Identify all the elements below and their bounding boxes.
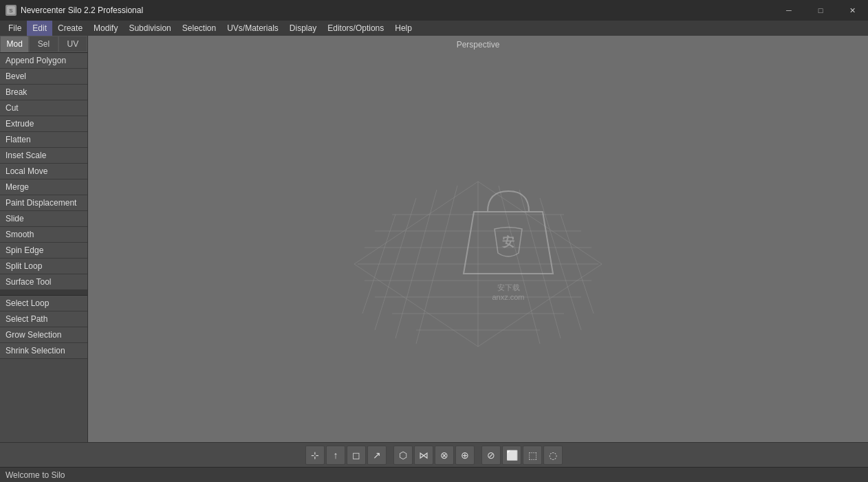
transform-icon[interactable]: ⊹ [305,446,325,465]
tool-extrude[interactable]: Extrude [0,116,87,132]
tab-row: ModSelUV [0,36,87,53]
menu-item-selection[interactable]: Selection [177,21,221,36]
mod-tools-section: Append PolygonBevelBreakCutExtrudeFlatte… [0,53,87,290]
rig3-icon[interactable]: ⊕ [455,446,475,465]
sel-tools-section: Select LoopSelect PathGrow SelectionShri… [0,296,87,359]
tool-paint-displacement[interactable]: Paint Displacement [0,195,87,211]
tool-surface-tool[interactable]: Surface Tool [0,274,87,290]
svg-text:安: 安 [501,234,514,249]
tool-merge[interactable]: Merge [0,179,87,195]
menu-item-modify[interactable]: Modify [88,21,123,36]
maximize-button[interactable]: □ [805,0,836,21]
status-text: Welcome to Silo [6,470,65,480]
tab-uv[interactable]: UV [58,36,87,52]
hexagon-icon[interactable]: ⬡ [393,446,413,465]
tool-bevel[interactable]: Bevel [0,69,87,85]
menu-item-file[interactable]: File [3,21,27,36]
menu-item-uvs-materials[interactable]: UVs/Materials [221,21,284,36]
rig2-icon[interactable]: ⊗ [435,446,454,465]
cube-icon[interactable]: ◻ [347,446,366,465]
lasso-sel-icon[interactable]: ⬚ [523,446,542,465]
tool-local-move[interactable]: Local Move [0,164,87,179]
paint-sel-icon[interactable]: ◌ [543,446,563,465]
move-up-icon[interactable]: ↑ [326,446,345,465]
tool-separator [0,290,87,296]
minimize-button[interactable]: ─ [773,0,805,21]
menu-item-help[interactable]: Help [389,21,417,36]
status-bar: Welcome to Silo [0,467,868,482]
title-bar: S Nevercenter Silo 2.2 Professional ─ □ … [0,0,868,21]
move-diag-icon[interactable]: ↗ [367,446,387,465]
bottom-toolbar: ⊹↑◻↗⬡⋈⊗⊕⊘⬜⬚◌ [0,442,868,467]
menu-item-subdivision[interactable]: Subdivision [123,21,176,36]
viewport-label: Perspective [457,40,500,50]
left-panel: ModSelUV Append PolygonBevelBreakCutExtr… [0,36,88,442]
tab-mod[interactable]: Mod [0,36,29,52]
tool-cut[interactable]: Cut [0,100,87,116]
close-button[interactable]: ✕ [836,0,868,21]
tool-select-loop[interactable]: Select Loop [0,296,87,311]
tool-inset-scale[interactable]: Inset Scale [0,148,87,164]
viewport-container: ModSelUV Append PolygonBevelBreakCutExtr… [0,36,868,442]
rig4-icon[interactable]: ⊘ [481,446,501,465]
menu-item-edit[interactable]: Edit [27,21,52,36]
tool-shrink-selection[interactable]: Shrink Selection [0,343,87,359]
svg-text:S: S [9,8,12,14]
tool-spin-edge[interactable]: Spin Edge [0,243,87,259]
tool-slide[interactable]: Slide [0,211,87,227]
tool-grow-selection[interactable]: Grow Selection [0,327,87,343]
tool-append-polygon[interactable]: Append Polygon [0,53,87,69]
app-title: Nevercenter Silo 2.2 Professional [21,6,143,15]
menu-item-create[interactable]: Create [52,21,88,36]
menu-item-display[interactable]: Display [284,21,322,36]
tab-sel[interactable]: Sel [29,36,58,52]
main-layout: ModSelUV Append PolygonBevelBreakCutExtr… [0,36,868,482]
menu-item-editors-options[interactable]: Editors/Options [322,21,389,36]
tool-break[interactable]: Break [0,85,87,100]
tool-smooth[interactable]: Smooth [0,227,87,243]
tool-split-loop[interactable]: Split Loop [0,259,87,274]
menu-bar: FileEditCreateModifySubdivisionSelection… [0,21,868,36]
tool-select-path[interactable]: Select Path [0,311,87,327]
rig1-icon[interactable]: ⋈ [414,446,433,465]
app-icon: S [6,5,17,16]
watermark: 安 安下载anxz.com [433,177,584,301]
rect-sel-icon[interactable]: ⬜ [502,446,521,465]
tool-flatten[interactable]: Flatten [0,132,87,148]
viewport[interactable]: Perspective [88,36,868,442]
window-controls: ─ □ ✕ [773,0,868,21]
